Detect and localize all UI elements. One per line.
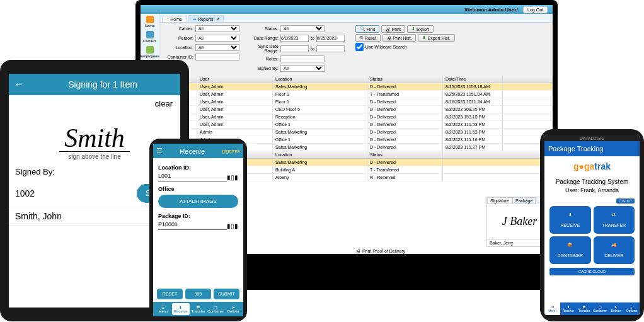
package-label: Package ID: xyxy=(158,213,238,219)
download-icon: ⬇ xyxy=(566,212,575,221)
nav-options[interactable]: ⋮Options xyxy=(624,302,640,315)
filter-panel: Carrier:All Person:All Location:All Cont… xyxy=(159,23,553,76)
box-icon: 📦 xyxy=(566,243,575,251)
attach-image-button[interactable]: ATTACH IMAGE xyxy=(158,195,238,208)
signature-text: Smith xyxy=(59,125,130,152)
date-from-input[interactable] xyxy=(280,35,309,42)
phone-receive: ☰ Receive gigatrak Location ID: ▮▯▮ Offi… xyxy=(149,139,247,321)
date-to-input[interactable] xyxy=(316,35,345,42)
tab-reports[interactable]: ☁Reports× xyxy=(188,15,224,22)
wildcard-checkbox[interactable] xyxy=(355,43,364,51)
signed-by-label: Signed By: xyxy=(15,167,55,176)
phone2-header: Package Tracking xyxy=(544,141,640,156)
sync-to-input[interactable] xyxy=(316,45,345,52)
find-button[interactable]: 🔍 Find xyxy=(355,25,380,33)
nav-receive[interactable]: ⬇Receive xyxy=(560,302,576,315)
transfer-icon: ⇄ xyxy=(609,212,618,221)
welcome-text: Welcome Admin User! xyxy=(465,7,518,13)
table-row[interactable]: User, AdminSales/MarketingD - Delivered8… xyxy=(159,83,553,91)
sidebar-employees[interactable]: Employees xyxy=(141,44,159,59)
container-input[interactable] xyxy=(195,54,239,60)
print-hist-button[interactable]: 🖨 Print Hist. xyxy=(382,34,416,42)
person-select[interactable]: All xyxy=(195,35,239,42)
sync-from-input[interactable] xyxy=(280,45,309,52)
location-input[interactable] xyxy=(158,171,227,181)
carrier-select[interactable]: All xyxy=(195,25,239,32)
mid-button[interactable]: 999 xyxy=(185,289,211,299)
nav-deliver[interactable]: ➤Deliver xyxy=(608,302,624,315)
location-select[interactable]: All xyxy=(195,44,239,51)
refresh-button[interactable]: CACHE CLOUD xyxy=(549,268,635,275)
logo: g●gatrak xyxy=(544,156,640,176)
nav-receive[interactable]: ⬇Receive xyxy=(172,303,190,315)
nav-transfer[interactable]: ⇄Transfer xyxy=(576,302,592,315)
table-row[interactable]: User, AdminReceptionD - Delivered8/2/202… xyxy=(159,113,553,121)
truck-icon: 🚚 xyxy=(609,243,618,251)
phone-tracking: DATALOGIC Package Tracking g●gatrak Pack… xyxy=(540,129,644,321)
phone1-header: ☰ Receive gigatrak xyxy=(153,144,243,158)
nav-deliver[interactable]: ➤Deliver xyxy=(224,303,242,315)
tab-bar: ⌂Home ☁Reports× xyxy=(159,14,553,23)
home-icon xyxy=(146,16,154,23)
signed-by-code: 1002 xyxy=(15,188,35,198)
nav-container[interactable]: ▢Container xyxy=(592,302,608,315)
barcode-icon[interactable]: ▮▯▮ xyxy=(227,222,238,229)
nav-transfer[interactable]: ⇄Transfer xyxy=(190,303,207,315)
clear-button[interactable]: clear xyxy=(155,99,173,108)
device-brand: DATALOGIC xyxy=(544,135,640,141)
tablet-header: ← Signing for 1 Item xyxy=(9,74,180,95)
table-row[interactable]: User, AdminFloor 1T - Transferred8/25/20… xyxy=(159,91,553,98)
deliver-tile[interactable]: 🚚DELIVER xyxy=(594,236,635,264)
location-label: Location ID: xyxy=(158,164,238,171)
people-icon xyxy=(146,46,154,54)
user-label: User: Frank, Amanda xyxy=(544,187,640,193)
phone2-screen: DATALOGIC Package Tracking g●gatrak Pack… xyxy=(544,135,640,315)
notes-input[interactable] xyxy=(280,55,325,62)
sidebar-carriers[interactable]: Carriers xyxy=(141,29,159,44)
print-button[interactable]: 🖨 Print xyxy=(381,25,405,33)
table-row[interactable]: AdminSales/MarketingD - Delivered8/2/202… xyxy=(159,129,553,136)
package-input[interactable] xyxy=(158,219,227,230)
tab-home[interactable]: ⌂Home xyxy=(162,16,187,22)
print-proof-button[interactable]: 🖨 Print Proof of Delivery xyxy=(356,249,405,253)
nav-menu[interactable]: ⚙Menu xyxy=(544,302,560,315)
nav-container[interactable]: ▢Container xyxy=(207,303,224,315)
titlebar: Welcome Admin User! Log Out xyxy=(141,5,553,14)
signedby-select[interactable]: All xyxy=(280,65,325,72)
container-tile[interactable]: 📦CONTAINER xyxy=(549,236,591,264)
phone2-nav: ⚙Menu ⬇Receive ⇄Transfer ▢Container ➤Del… xyxy=(544,302,640,315)
status-select[interactable]: All xyxy=(280,25,325,32)
signature-caption: sign above the line xyxy=(18,153,171,160)
phone1-nav: ☰Menu ⬇Receive ⇄Transfer ▢Container ➤Del… xyxy=(153,302,243,316)
table-row[interactable]: 1152User, AdminFloor 1D - Delivered8/16/… xyxy=(159,98,553,106)
signed-by-name: Smith, John xyxy=(15,211,62,221)
export-hist-button[interactable]: ⬇ Export Hist. xyxy=(418,34,454,42)
table-row[interactable]: User, AdminCEO Floor 5D - Delivered8/3/2… xyxy=(159,106,553,113)
table-row[interactable]: User, AdminOffice 1D - Delivered8/2/2023… xyxy=(159,121,553,129)
barcode-icon[interactable]: ▮▯▮ xyxy=(227,174,238,181)
reset-button[interactable]: ↻ Reset xyxy=(355,34,381,42)
close-icon[interactable]: × xyxy=(216,17,219,21)
logout-button[interactable]: Log Out xyxy=(523,6,548,13)
submit-button[interactable]: SUBMIT xyxy=(214,289,239,299)
export-button[interactable]: ⬇ Export xyxy=(407,25,434,33)
phone1-screen: ☰ Receive gigatrak Location ID: ▮▯▮ Offi… xyxy=(153,144,243,316)
system-title: Package Tracking System xyxy=(544,178,640,185)
sidebar-home[interactable]: Home xyxy=(141,14,159,29)
brand-logo: gigatrak xyxy=(222,148,240,154)
logout-button[interactable]: LOGOUT xyxy=(616,198,635,204)
sig-tab-signature[interactable]: Signature xyxy=(487,197,512,204)
transfer-tile[interactable]: ⇄TRANSFER xyxy=(594,206,635,234)
grid-header: Package ID User Location Status Date/Tim… xyxy=(159,76,553,83)
reset-button[interactable]: RESET xyxy=(157,289,183,299)
nav-menu[interactable]: ☰Menu xyxy=(154,303,172,315)
truck-icon xyxy=(146,31,154,38)
office-label: Office xyxy=(158,186,238,192)
menu-icon[interactable]: ☰ xyxy=(156,147,163,155)
sig-tab-package[interactable]: Package xyxy=(512,197,536,204)
back-arrow-icon[interactable]: ← xyxy=(14,79,24,90)
tablet-title: Signing for 1 Item xyxy=(30,79,175,89)
receive-tile[interactable]: ⬇RECEIVE xyxy=(549,206,591,234)
